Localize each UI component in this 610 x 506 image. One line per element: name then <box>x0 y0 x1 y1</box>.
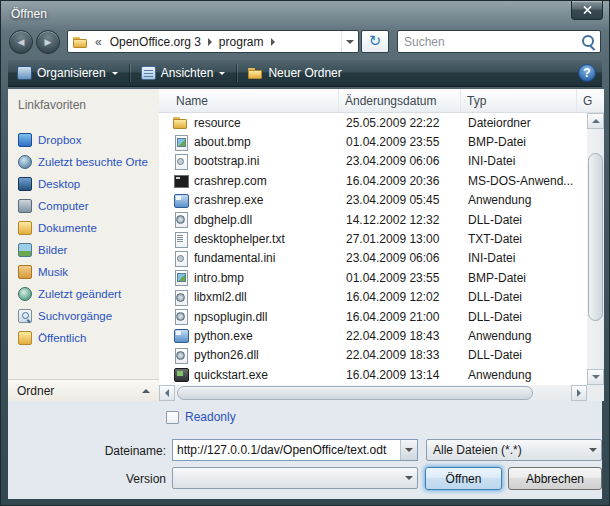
horizontal-scroll-thumb[interactable] <box>177 386 533 400</box>
filename-input[interactable] <box>173 440 400 460</box>
address-dropdown-button[interactable] <box>341 31 358 52</box>
file-name: python26.dll <box>194 348 340 362</box>
file-type: Anwendung <box>462 193 587 207</box>
file-type: DLL-Datei <box>462 213 587 227</box>
version-dropdown-button[interactable] <box>400 468 417 488</box>
bmp-file-icon <box>173 135 188 150</box>
column-header-name[interactable]: Name <box>159 89 339 112</box>
sidebar-item-label: Computer <box>38 200 89 212</box>
back-button[interactable]: ◀ <box>9 30 33 54</box>
breadcrumb-item-openoffice[interactable]: OpenOffice.org 3 <box>105 35 206 49</box>
open-button-label: Öffnen <box>446 472 482 486</box>
horizontal-scrollbar[interactable] <box>159 385 587 401</box>
search-icon[interactable] <box>578 32 600 52</box>
toolbar-separator <box>129 64 130 82</box>
filetype-value: Alle Dateien (*.*) <box>427 443 584 457</box>
chevron-down-icon <box>346 40 354 44</box>
file-row[interactable]: resource 25.05.2009 22:22 Dateiordner <box>159 113 587 132</box>
back-icon: ◀ <box>18 37 25 47</box>
file-row[interactable]: bootstrap.ini 23.04.2009 06:06 INI-Datei <box>159 152 587 171</box>
file-date: 25.05.2009 22:22 <box>340 116 462 130</box>
file-row[interactable]: intro.bmp 01.04.2009 23:55 BMP-Datei <box>159 268 587 287</box>
collapsed-crumbs-chevron[interactable]: « <box>92 35 105 49</box>
chevron-down-icon <box>405 476 413 480</box>
file-name: resource <box>194 116 340 130</box>
sidebar-item-label: Desktop <box>38 178 80 190</box>
breadcrumb[interactable]: « OpenOffice.org 3 program <box>67 30 359 53</box>
sidebar-item-dropbox[interactable]: Dropbox <box>8 129 159 151</box>
music-icon <box>18 265 32 279</box>
help-button[interactable]: ? <box>578 64 596 82</box>
file-type: Anwendung <box>462 329 587 343</box>
chevron-down-icon <box>405 448 413 452</box>
file-row[interactable]: dbghelp.dll 14.12.2002 12:32 DLL-Datei <box>159 210 587 229</box>
folders-expander[interactable]: Ordner <box>8 379 159 401</box>
close-icon <box>583 6 592 14</box>
new-folder-button[interactable]: Neuer Ordner <box>239 61 350 85</box>
file-type: Dateiordner <box>462 116 587 130</box>
chevron-down-icon <box>219 72 225 75</box>
sidebar-item-label: Öffentlich <box>38 332 86 344</box>
sidebar-item-pictures[interactable]: Bilder <box>8 239 159 261</box>
views-button[interactable]: Ansichten <box>132 61 235 85</box>
file-row[interactable]: fundamental.ini 23.04.2009 06:06 INI-Dat… <box>159 249 587 268</box>
breadcrumb-separator-icon <box>271 38 275 46</box>
refresh-button[interactable]: ↻ <box>361 30 389 53</box>
file-row[interactable]: desktophelper.txt 27.01.2009 13:00 TXT-D… <box>159 229 587 248</box>
readonly-checkbox[interactable] <box>166 411 179 424</box>
sidebar-item-desktop[interactable]: Desktop <box>8 173 159 195</box>
close-button[interactable] <box>571 1 603 20</box>
file-name: bootstrap.ini <box>194 154 340 168</box>
scroll-down-button[interactable] <box>587 369 604 385</box>
open-button[interactable]: Öffnen <box>425 467 502 490</box>
breadcrumb-item-program[interactable]: program <box>214 35 269 49</box>
bmp-file-icon <box>173 270 188 285</box>
new-folder-icon <box>248 66 263 80</box>
file-type: BMP-Datei <box>462 135 587 149</box>
filename-dropdown-button[interactable] <box>400 440 417 460</box>
filetype-dropdown[interactable]: Alle Dateien (*.*) <box>426 439 602 461</box>
cancel-button[interactable]: Abbrechen <box>508 467 602 490</box>
filetype-dropdown-button[interactable] <box>584 440 601 460</box>
scroll-left-button[interactable] <box>159 385 175 401</box>
version-dropdown[interactable] <box>172 467 418 489</box>
file-row[interactable]: libxml2.dll 16.04.2009 12:02 DLL-Datei <box>159 288 587 307</box>
titlebar[interactable]: Öffnen <box>1 1 609 27</box>
sidebar-item-computer[interactable]: Computer <box>8 195 159 217</box>
file-row[interactable]: python26.dll 22.04.2009 18:33 DLL-Datei <box>159 346 587 365</box>
file-row[interactable]: python.exe 22.04.2009 18:43 Anwendung <box>159 326 587 345</box>
organize-button[interactable]: Organisieren <box>8 61 127 85</box>
scroll-up-button[interactable] <box>587 113 604 129</box>
file-date: 16.04.2009 20:36 <box>340 174 462 188</box>
file-date: 16.04.2009 13:14 <box>340 368 462 382</box>
search-input[interactable] <box>398 35 578 49</box>
sidebar-item-recently-changed[interactable]: Zuletzt geändert <box>8 283 159 305</box>
recently-changed-icon <box>18 287 32 301</box>
sidebar-item-recent-places[interactable]: Zuletzt besuchte Orte <box>8 151 159 173</box>
file-row[interactable]: crashrep.com 16.04.2009 20:36 MS-DOS-Anw… <box>159 171 587 190</box>
vertical-scrollbar[interactable] <box>587 113 604 385</box>
dropbox-icon <box>18 133 32 147</box>
sidebar-item-label: Bilder <box>38 244 67 256</box>
column-header-type[interactable]: Typ <box>461 89 577 112</box>
sidebar-item-searches[interactable]: Suchvorgänge <box>8 305 159 327</box>
sidebar-item-public[interactable]: Öffentlich <box>8 327 159 349</box>
filename-label: Dateiname: <box>56 444 166 458</box>
forward-button[interactable]: ▶ <box>36 30 60 54</box>
views-label: Ansichten <box>161 66 214 80</box>
sidebar-item-documents[interactable]: Dokumente <box>8 217 159 239</box>
file-row[interactable]: quickstart.exe 16.04.2009 13:14 Anwendun… <box>159 365 587 384</box>
navigation-bar: ◀ ▶ « OpenOffice.org 3 program ↻ <box>9 29 601 54</box>
sidebar-item-label: Dropbox <box>38 134 81 146</box>
desktop-icon <box>18 177 32 191</box>
file-rows: resource 25.05.2009 22:22 Dateiordner ab… <box>159 113 587 385</box>
sidebar-item-music[interactable]: Musik <box>8 261 159 283</box>
file-row[interactable]: npsoplugin.dll 16.04.2009 21:00 DLL-Date… <box>159 307 587 326</box>
column-header-date[interactable]: Änderungsdatum <box>339 89 461 112</box>
file-row[interactable]: about.bmp 01.04.2009 23:55 BMP-Datei <box>159 132 587 151</box>
folders-label: Ordner <box>17 384 54 398</box>
vertical-scroll-thumb[interactable] <box>588 153 603 321</box>
file-row[interactable]: crashrep.exe 23.04.2009 05:45 Anwendung <box>159 191 587 210</box>
scroll-right-button[interactable] <box>571 385 587 401</box>
column-header-size[interactable]: G <box>577 89 604 112</box>
